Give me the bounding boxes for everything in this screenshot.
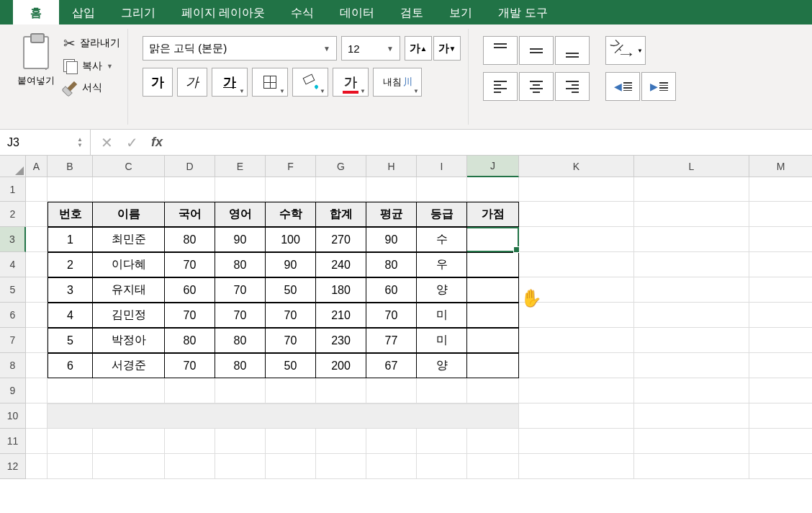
cell-H12[interactable]	[366, 454, 417, 479]
cell-H4[interactable]: 80	[366, 252, 417, 277]
select-all-corner[interactable]	[0, 156, 26, 177]
cell-J2[interactable]: 가점	[467, 202, 519, 227]
cell-D9[interactable]	[165, 378, 215, 403]
formula-cancel-button[interactable]: ✕	[101, 134, 113, 151]
cell-L4[interactable]	[634, 252, 749, 277]
cell-C9[interactable]	[93, 378, 165, 403]
cell-K10[interactable]	[519, 403, 634, 429]
align-top-button[interactable]	[483, 36, 518, 65]
cell-I6[interactable]: 미	[417, 303, 467, 328]
cell-E5[interactable]: 70	[215, 277, 266, 303]
cell-J9[interactable]	[467, 378, 519, 403]
column-header-A[interactable]: A	[26, 156, 48, 177]
align-right-button[interactable]	[555, 72, 590, 101]
tab-insert[interactable]: 삽입	[59, 0, 108, 24]
cell-M8[interactable]	[749, 353, 812, 378]
font-size-dropdown[interactable]: 12 ▼	[341, 36, 400, 61]
cell-G9[interactable]	[316, 378, 366, 403]
cell-E7[interactable]: 80	[215, 328, 266, 353]
cell-G6[interactable]: 210	[316, 303, 366, 328]
cell-H6[interactable]: 70	[366, 303, 417, 328]
cell-J1[interactable]	[467, 177, 519, 202]
cell-L2[interactable]	[634, 202, 749, 227]
cell-M6[interactable]	[749, 303, 812, 328]
cell-C12[interactable]	[93, 454, 165, 479]
cell-H5[interactable]: 60	[366, 277, 417, 303]
cell-H10[interactable]	[366, 403, 417, 429]
italic-button[interactable]: 가	[177, 68, 207, 97]
increase-indent-button[interactable]: ▶	[641, 72, 676, 101]
row-header-11[interactable]: 11	[0, 429, 26, 454]
column-header-I[interactable]: I	[417, 156, 467, 177]
row-header-7[interactable]: 7	[0, 328, 26, 353]
cell-F4[interactable]: 90	[266, 252, 316, 277]
cell-I5[interactable]: 양	[417, 277, 467, 303]
cell-B8[interactable]: 6	[48, 353, 93, 378]
cell-E11[interactable]	[215, 429, 266, 454]
name-box-spinner[interactable]: ▲▼	[77, 137, 83, 148]
cell-I2[interactable]: 등급	[417, 202, 467, 227]
cell-C6[interactable]: 김민정	[93, 303, 165, 328]
cell-M10[interactable]	[749, 403, 812, 429]
cell-C5[interactable]: 유지태	[93, 277, 165, 303]
align-left-button[interactable]	[483, 72, 518, 101]
tab-data[interactable]: 데이터	[327, 0, 387, 24]
cell-K4[interactable]	[519, 252, 634, 277]
cell-G1[interactable]	[316, 177, 366, 202]
cell-J6[interactable]	[467, 303, 519, 328]
cell-E9[interactable]	[215, 378, 266, 403]
cell-F11[interactable]	[266, 429, 316, 454]
row-header-6[interactable]: 6	[0, 303, 26, 328]
cell-B7[interactable]: 5	[48, 328, 93, 353]
column-header-B[interactable]: B	[48, 156, 93, 177]
tab-formulas[interactable]: 수식	[278, 0, 327, 24]
cell-F7[interactable]: 70	[266, 328, 316, 353]
cell-M4[interactable]	[749, 252, 812, 277]
tab-developer[interactable]: 개발 도구	[485, 0, 560, 24]
cell-K2[interactable]	[519, 202, 634, 227]
cell-B9[interactable]	[48, 378, 93, 403]
bold-button[interactable]: 가	[143, 68, 173, 97]
cell-H11[interactable]	[366, 429, 417, 454]
cell-I11[interactable]	[417, 429, 467, 454]
cell-M12[interactable]	[749, 454, 812, 479]
cell-B6[interactable]: 4	[48, 303, 93, 328]
row-header-3[interactable]: 3	[0, 227, 26, 252]
cell-E3[interactable]: 90	[215, 227, 266, 252]
cell-F2[interactable]: 수학	[266, 202, 316, 227]
cut-button[interactable]: ✂ 잘라내기	[63, 35, 120, 52]
paste-button[interactable]: ▼ 붙여넣기	[14, 32, 58, 90]
wrap-text-button[interactable]: 내침川▼	[373, 68, 422, 97]
cell-F1[interactable]	[266, 177, 316, 202]
name-box[interactable]: J3 ▲▼	[0, 130, 91, 155]
cell-D11[interactable]	[165, 429, 215, 454]
align-middle-button[interactable]	[519, 36, 554, 65]
cell-J10[interactable]	[467, 403, 519, 429]
cell-C7[interactable]: 박정아	[93, 328, 165, 353]
cell-A11[interactable]	[26, 429, 48, 454]
cell-G2[interactable]: 합계	[316, 202, 366, 227]
tab-draw[interactable]: 그리기	[108, 0, 168, 24]
row-header-5[interactable]: 5	[0, 277, 26, 303]
cell-M2[interactable]	[749, 202, 812, 227]
cell-C2[interactable]: 이름	[93, 202, 165, 227]
cell-M7[interactable]	[749, 328, 812, 353]
column-header-L[interactable]: L	[634, 156, 749, 177]
cell-A8[interactable]	[26, 353, 48, 378]
column-header-C[interactable]: C	[93, 156, 165, 177]
decrease-indent-button[interactable]: ◀	[605, 72, 640, 101]
cell-M3[interactable]	[749, 227, 812, 252]
cell-E6[interactable]: 70	[215, 303, 266, 328]
cell-F6[interactable]: 70	[266, 303, 316, 328]
cell-I4[interactable]: 우	[417, 252, 467, 277]
align-bottom-button[interactable]	[555, 36, 590, 65]
cell-J7[interactable]	[467, 328, 519, 353]
cell-F8[interactable]: 50	[266, 353, 316, 378]
cell-G7[interactable]: 230	[316, 328, 366, 353]
row-header-12[interactable]: 12	[0, 454, 26, 479]
align-center-button[interactable]	[519, 72, 554, 101]
cell-K9[interactable]	[519, 378, 634, 403]
font-color-button[interactable]: 가▼	[333, 68, 369, 97]
cell-A10[interactable]	[26, 403, 48, 429]
row-header-10[interactable]: 10	[0, 403, 26, 429]
